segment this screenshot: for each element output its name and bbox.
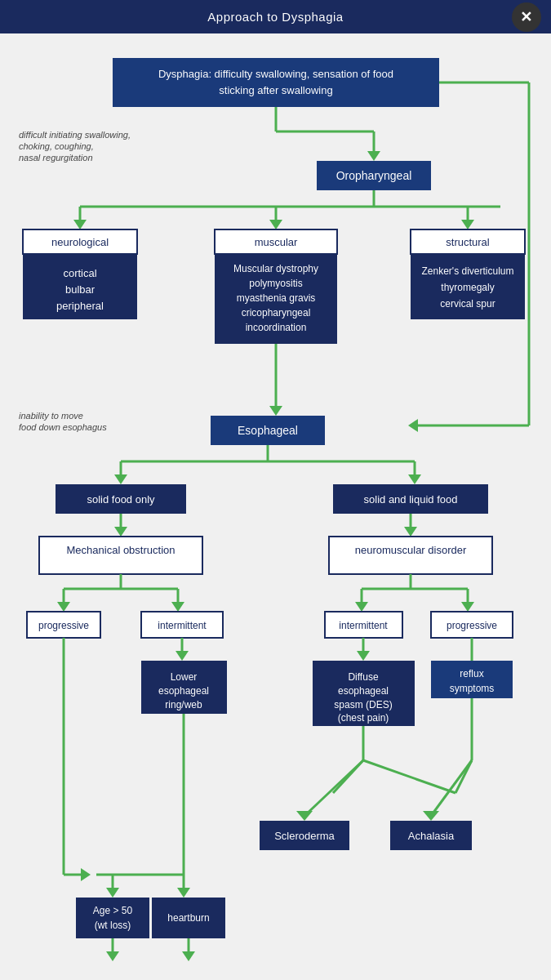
arrowhead-to-solid bbox=[114, 474, 127, 484]
oro-label-3: nasal regurgitation bbox=[19, 153, 93, 163]
oropharyngeal-label: Oropharyngeal bbox=[335, 169, 411, 182]
intermittent-l-label: intermittent bbox=[158, 620, 207, 631]
diffuse-2: esophageal bbox=[337, 685, 388, 697]
esophageal-label: Esophageal bbox=[238, 424, 298, 437]
eso-label-1: inability to move bbox=[19, 411, 83, 421]
struct-body-3: cervical spur bbox=[440, 298, 495, 310]
eso-label-2: food down esophagus bbox=[19, 422, 107, 432]
arrowhead-muscular bbox=[269, 220, 282, 229]
musc-body-4: cricopharyngeal bbox=[241, 307, 310, 318]
musc-body-1: Muscular dystrophy bbox=[233, 263, 318, 274]
struct-body-1: Zenker's diverticulum bbox=[421, 265, 513, 277]
neuro-body-1: cortical bbox=[63, 267, 96, 279]
diffuse-1: Diffuse bbox=[348, 671, 378, 683]
arrowhead-to-eso-right bbox=[408, 419, 418, 432]
arrowhead-prog-r bbox=[461, 602, 474, 612]
structural-header-label: structural bbox=[446, 236, 490, 248]
arrowhead-age50b bbox=[106, 888, 119, 898]
solid-food-label: solid food only bbox=[87, 493, 155, 506]
flow-diagram: Dysphagia: difficulty swallowing, sensat… bbox=[15, 50, 537, 964]
diagram-content: Dysphagia: difficulty swallowing, sensat… bbox=[0, 33, 551, 980]
arrowhead-structural bbox=[461, 220, 474, 229]
arrowhead-age50 bbox=[81, 868, 91, 881]
neuro-header-label: neurological bbox=[51, 236, 108, 248]
arrowhead-heartburn bbox=[177, 888, 190, 898]
arrowhead-neuro bbox=[73, 220, 87, 229]
musc-body-2: polymyositis bbox=[249, 278, 302, 289]
arrowhead-lower-eso bbox=[176, 651, 189, 661]
arrowhead-prog-l bbox=[57, 602, 70, 612]
reflux-2: symptoms bbox=[449, 683, 494, 694]
arrowhead-inter-r bbox=[355, 602, 368, 612]
oro-label-2: choking, coughing, bbox=[19, 141, 94, 151]
line-to-sclero bbox=[304, 760, 363, 816]
arrowhead-to-eso bbox=[269, 406, 282, 416]
musc-body-5: incoordination bbox=[245, 322, 306, 333]
arrowhead-heartburn-down bbox=[182, 951, 195, 961]
lower-eso-2: esophageal bbox=[158, 685, 208, 697]
lower-eso-3: ring/web bbox=[165, 699, 202, 710]
diffuse-3: spasm (DES) bbox=[334, 699, 392, 710]
arrowhead-to-solidliq bbox=[408, 474, 421, 484]
age50-2: (wt loss) bbox=[94, 920, 131, 931]
age50-1: Age > 50 bbox=[92, 905, 132, 916]
solid-liquid-label: solid and liquid food bbox=[363, 493, 457, 506]
page-wrapper: Approach to Dysphagia ✕ Dysphagia: diffi… bbox=[0, 0, 551, 980]
neuro-body-3: peripheral bbox=[56, 300, 104, 312]
arrowhead-mech bbox=[114, 527, 127, 537]
struct-body-2: thyromegaly bbox=[441, 282, 494, 293]
page-title: Approach to Dysphagia bbox=[207, 10, 343, 24]
progressive-r-label: progressive bbox=[446, 620, 496, 631]
top-def-box bbox=[113, 58, 439, 107]
arrowhead-diffuse bbox=[357, 651, 370, 661]
muscular-header-label: muscular bbox=[254, 236, 297, 248]
diffuse-to-achala bbox=[363, 760, 455, 793]
line-to-achala bbox=[431, 760, 472, 816]
scleroderma-label: Scleroderma bbox=[274, 830, 335, 842]
oro-label-1: difficult initiating swallowing, bbox=[19, 130, 131, 140]
top-def-text-2: sticking after swallowing bbox=[219, 84, 332, 96]
age50-box bbox=[76, 898, 149, 938]
arrowhead-inter-l bbox=[171, 602, 184, 612]
heartburn-label: heartburn bbox=[167, 912, 209, 924]
top-def-text-1: Dysphagia: difficulty swallowing, sensat… bbox=[158, 68, 393, 80]
diffuse-4: (chest pain) bbox=[337, 712, 389, 724]
progressive-l-label: progressive bbox=[38, 620, 88, 631]
reflux-1: reflux bbox=[460, 668, 483, 679]
arrowhead-age50-down bbox=[106, 951, 119, 961]
neuromusc-label-1: neuromuscular disorder bbox=[354, 544, 466, 556]
arrowhead-to-oro bbox=[367, 151, 380, 161]
arrowhead-neuromusc bbox=[404, 527, 417, 537]
close-button[interactable]: ✕ bbox=[512, 2, 541, 32]
intermittent-r-label: intermittent bbox=[339, 620, 388, 631]
achalasia-label: Achalasia bbox=[407, 830, 454, 842]
musc-body-3: myasthenia gravis bbox=[236, 292, 315, 304]
mech-label-1: Mechanical obstruction bbox=[66, 544, 175, 556]
lower-eso-1: Lower bbox=[170, 671, 197, 683]
close-icon: ✕ bbox=[520, 8, 533, 26]
neuro-body-2: bulbar bbox=[64, 283, 95, 296]
header-bar: Approach to Dysphagia ✕ bbox=[0, 0, 551, 33]
